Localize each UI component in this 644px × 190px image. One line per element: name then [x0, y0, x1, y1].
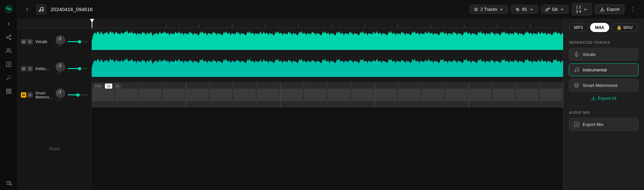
svg-rect-54	[328, 89, 350, 101]
separated-tracks-label: SEPARATED TRACKS	[569, 40, 639, 44]
svg-point-15	[10, 184, 11, 185]
bottom-area: Reset	[18, 108, 563, 190]
download-icon[interactable]	[5, 61, 12, 68]
metronome-solo-button[interactable]: S	[27, 92, 33, 98]
key-button[interactable]: Gb	[541, 5, 569, 14]
sidebar-logo[interactable]	[3, 3, 14, 14]
export-all-button[interactable]: Export All	[591, 94, 616, 102]
svg-rect-63	[540, 89, 562, 101]
vocals-volume-container	[68, 41, 88, 42]
back-nav-icon[interactable]	[5, 20, 12, 28]
tracks-count-label: 2 Tracks	[480, 7, 497, 12]
share-icon[interactable]	[5, 34, 12, 41]
file-icon-button[interactable]	[36, 4, 47, 15]
metronome-volume-container	[68, 94, 88, 95]
vocals-mute-button[interactable]: M	[21, 39, 26, 44]
instrumental-volume-slider[interactable]	[68, 68, 88, 69]
svg-rect-48	[186, 89, 208, 101]
instrumental-solo-button[interactable]: S	[27, 66, 33, 71]
track-area: M S Vocals LR	[18, 19, 563, 190]
svg-rect-53	[304, 89, 326, 101]
header-controls: 2 Tracks 65 G	[469, 3, 639, 15]
vocals-pan-knob[interactable]	[56, 35, 65, 45]
instrumental-track-controls: M S Instrumental LR	[18, 55, 92, 82]
back-button[interactable]	[23, 5, 32, 14]
svg-rect-58	[422, 89, 444, 101]
export-button[interactable]: Export	[595, 4, 624, 14]
vocals-volume-slider[interactable]	[68, 41, 88, 42]
bpm-button[interactable]: 65	[511, 5, 538, 14]
main-area: 20240416_094616 2 Tracks 65	[18, 0, 644, 190]
vocals-waveform	[92, 28, 563, 55]
reset-area: Reset	[18, 108, 92, 190]
format-wav-tab[interactable]: 🔒 WAV	[611, 23, 638, 32]
tracks-count-button[interactable]: 2 Tracks	[469, 5, 508, 14]
queue-icon[interactable]	[5, 179, 12, 187]
svg-point-66	[575, 70, 576, 72]
svg-rect-47	[163, 89, 185, 101]
time-sig-button[interactable]: 1 23 4	[572, 3, 592, 15]
audio-mix-section: AUDIO MIX Export Mix	[563, 106, 644, 137]
speed-half-button[interactable]: 0.5x	[93, 84, 104, 89]
export-metronome-button[interactable]: Smart Metronome	[569, 79, 639, 92]
instrumental-waveform	[92, 55, 563, 82]
grid-icon[interactable]	[5, 88, 12, 95]
export-instrumental-button[interactable]: Instrumental	[569, 63, 639, 76]
vocals-knob-container: LR	[56, 35, 65, 48]
speed-1x-button[interactable]: 1x	[105, 84, 113, 89]
instrumental-waveform-svg	[92, 55, 563, 82]
export-instrumental-label: Instrumental	[583, 67, 607, 72]
export-all-label: Export All	[598, 96, 616, 101]
tracks-container: M S Vocals LR	[18, 28, 563, 190]
svg-rect-8	[6, 89, 8, 91]
svg-rect-62	[517, 89, 538, 101]
svg-rect-52	[281, 89, 303, 101]
svg-point-16	[39, 10, 40, 11]
export-mix-button[interactable]: Export Mix	[569, 118, 639, 131]
ruler-marks	[166, 19, 563, 28]
svg-rect-56	[375, 89, 397, 101]
time-sig-value: 1 23 4	[576, 5, 581, 13]
export-panel: MP3 M4A 🔒 WAV SEPARATED TRACKS Vo	[563, 19, 644, 190]
reset-button[interactable]: Reset	[49, 147, 60, 151]
svg-rect-45	[116, 89, 138, 101]
vocals-waveform-svg	[92, 28, 563, 55]
svg-point-3	[9, 38, 11, 40]
users-icon[interactable]	[5, 47, 12, 55]
key-value: Gb	[552, 7, 558, 12]
svg-point-6	[7, 49, 9, 51]
svg-rect-61	[493, 89, 515, 101]
svg-rect-49	[210, 89, 232, 101]
metronome-waveform: 0.5x 1x 2x /* beats generated below */	[92, 82, 563, 107]
more-options-button[interactable]: ⋮	[627, 4, 639, 14]
metronome-pan-knob[interactable]	[56, 89, 65, 98]
timeline-ruler	[18, 19, 563, 28]
metronome-speed-controls: 0.5x 1x 2x	[93, 84, 121, 89]
wav-label: WAV	[623, 25, 633, 30]
metronome-waveform-svg: /* beats generated below */	[92, 82, 563, 107]
instrumental-mute-button[interactable]: M	[21, 66, 26, 71]
vocals-ms-buttons: M S	[21, 39, 33, 44]
export-mix-label: Export Mix	[583, 122, 603, 127]
format-m4a-tab[interactable]: M4A	[590, 23, 609, 32]
svg-rect-57	[399, 89, 420, 101]
metronome-mute-button[interactable]: M	[21, 92, 26, 98]
format-mp3-tab[interactable]: MP3	[569, 23, 588, 32]
svg-rect-9	[9, 89, 11, 91]
metronome-knob-container: LR	[56, 89, 65, 101]
svg-rect-50	[234, 89, 256, 101]
metronome-volume-slider[interactable]	[68, 94, 88, 95]
export-vocals-button[interactable]: Vocals	[569, 48, 639, 61]
svg-rect-59	[446, 89, 468, 101]
wand-icon[interactable]	[5, 74, 12, 82]
vocals-solo-button[interactable]: S	[27, 39, 33, 44]
instrumental-pan-knob[interactable]	[56, 62, 65, 72]
metronome-ms-buttons: M S	[21, 92, 33, 98]
sidebar	[0, 0, 18, 190]
svg-rect-10	[6, 92, 8, 94]
export-label: Export	[607, 7, 619, 12]
page-title: 20240416_094616	[51, 6, 465, 12]
header: 20240416_094616 2 Tracks 65	[18, 0, 644, 19]
svg-point-17	[42, 9, 43, 11]
speed-2x-button[interactable]: 2x	[114, 84, 121, 89]
